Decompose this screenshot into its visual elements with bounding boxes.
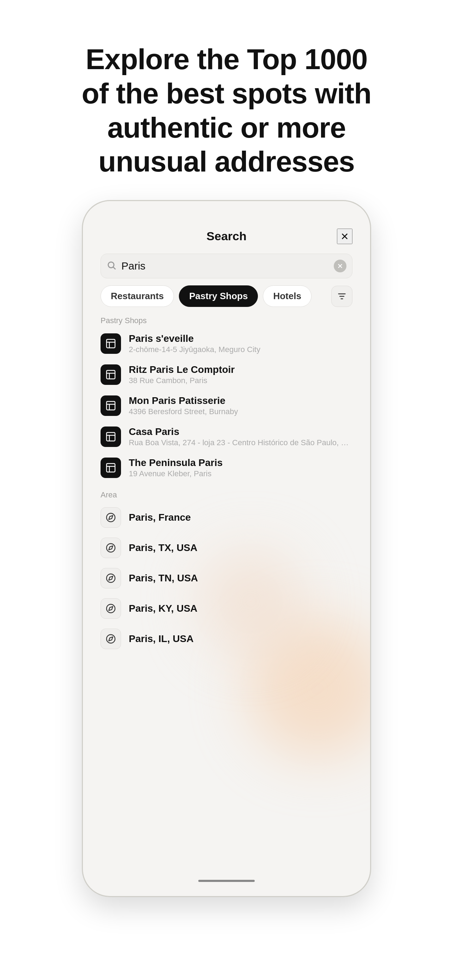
svg-point-28	[106, 574, 115, 582]
result-name: Paris, KY, USA	[129, 603, 353, 614]
result-address: Rua Boa Vista, 274 - loja 23 - Centro Hi…	[129, 438, 353, 447]
compass-icon	[100, 538, 121, 558]
shop-icon	[100, 426, 121, 447]
phone-frame: Search Paris	[82, 200, 371, 897]
result-name: Casa Paris	[129, 426, 353, 438]
result-text: The Peninsula Paris 19 Avenue Kleber, Pa…	[129, 457, 353, 478]
svg-point-26	[106, 544, 115, 552]
result-name: Paris, TN, USA	[129, 573, 353, 584]
result-address: 19 Avenue Kleber, Paris	[129, 469, 353, 478]
result-address: 38 Rue Cambon, Paris	[129, 376, 353, 385]
shop-icon	[100, 364, 121, 385]
result-text: Paris s'eveille 2-chōme-14-5 Jiyūgaoka, …	[129, 333, 353, 354]
result-name: Mon Paris Patisserie	[129, 395, 353, 406]
result-text: Paris, France	[129, 512, 353, 523]
result-name: The Peninsula Paris	[129, 457, 353, 468]
search-input-value[interactable]: Paris	[121, 260, 334, 272]
svg-point-32	[106, 635, 115, 643]
list-item[interactable]: Paris, KY, USA	[83, 593, 370, 624]
list-item[interactable]: The Peninsula Paris 19 Avenue Kleber, Pa…	[83, 452, 370, 483]
phone-mockup: Search Paris	[82, 200, 371, 897]
list-item[interactable]: Paris s'eveille 2-chōme-14-5 Jiyūgaoka, …	[83, 328, 370, 359]
compass-icon	[100, 568, 121, 589]
svg-point-30	[106, 604, 115, 613]
area-list: Paris, France Paris, TX, USA	[83, 502, 370, 654]
list-item[interactable]: Mon Paris Patisserie 4396 Beresford Stre…	[83, 390, 370, 421]
svg-marker-27	[109, 546, 113, 550]
pastry-shops-section-label: Pastry Shops	[83, 316, 370, 325]
svg-rect-18	[106, 433, 115, 441]
svg-point-24	[106, 513, 115, 522]
result-name: Ritz Paris Le Comptoir	[129, 364, 353, 375]
area-section-label: Area	[83, 490, 370, 500]
list-item[interactable]: Ritz Paris Le Comptoir 38 Rue Cambon, Pa…	[83, 359, 370, 390]
tab-pastry-shops[interactable]: Pastry Shops	[179, 285, 258, 307]
search-icon	[106, 260, 116, 272]
shop-icon	[100, 333, 121, 354]
compass-icon	[100, 628, 121, 649]
result-address: 4396 Beresford Street, Burnaby	[129, 407, 353, 416]
list-item[interactable]: Paris, TX, USA	[83, 533, 370, 563]
svg-marker-29	[109, 576, 113, 580]
filter-tabs: Restaurants Pastry Shops Hotels	[83, 285, 370, 307]
phone-content: Search Paris	[83, 201, 370, 882]
list-item[interactable]: Paris, France	[83, 502, 370, 533]
modal-title: Search	[207, 229, 246, 243]
result-name: Paris, France	[129, 512, 353, 523]
result-name: Paris, TX, USA	[129, 542, 353, 554]
svg-rect-9	[106, 339, 115, 348]
result-text: Paris, IL, USA	[129, 633, 353, 644]
result-text: Paris, KY, USA	[129, 603, 353, 614]
compass-icon	[100, 598, 121, 619]
search-bar[interactable]: Paris	[100, 254, 353, 278]
result-text: Paris, TX, USA	[129, 542, 353, 554]
svg-rect-12	[106, 371, 115, 379]
result-address: 2-chōme-14-5 Jiyūgaoka, Meguro City	[129, 345, 353, 354]
result-text: Mon Paris Patisserie 4396 Beresford Stre…	[129, 395, 353, 416]
result-text: Paris, TN, USA	[129, 573, 353, 584]
list-item[interactable]: Paris, IL, USA	[83, 624, 370, 654]
scroll-space	[83, 654, 370, 866]
home-indicator	[198, 880, 255, 882]
svg-rect-21	[106, 463, 115, 472]
svg-rect-15	[106, 401, 115, 410]
modal-close-button[interactable]	[337, 229, 353, 244]
list-item[interactable]: Casa Paris Rua Boa Vista, 274 - loja 23 …	[83, 421, 370, 452]
shop-icon	[100, 395, 121, 416]
tab-hotels[interactable]: Hotels	[263, 285, 311, 307]
compass-icon	[100, 507, 121, 528]
list-item[interactable]: Paris, TN, USA	[83, 563, 370, 593]
svg-marker-31	[109, 606, 113, 610]
pastry-shops-list: Paris s'eveille 2-chōme-14-5 Jiyūgaoka, …	[83, 328, 370, 483]
svg-marker-33	[109, 637, 113, 641]
tab-restaurants[interactable]: Restaurants	[100, 285, 174, 307]
result-text: Casa Paris Rua Boa Vista, 274 - loja 23 …	[129, 426, 353, 447]
modal-header: Search	[83, 219, 370, 250]
shop-icon	[100, 458, 121, 478]
result-name: Paris s'eveille	[129, 333, 353, 344]
filter-button[interactable]	[331, 286, 353, 307]
result-text: Ritz Paris Le Comptoir 38 Rue Cambon, Pa…	[129, 364, 353, 385]
svg-marker-25	[109, 515, 113, 519]
hero-heading: Explore the Top 1000 of the best spots w…	[75, 42, 378, 179]
svg-line-3	[113, 267, 115, 269]
result-name: Paris, IL, USA	[129, 633, 353, 644]
search-clear-button[interactable]	[334, 259, 347, 272]
